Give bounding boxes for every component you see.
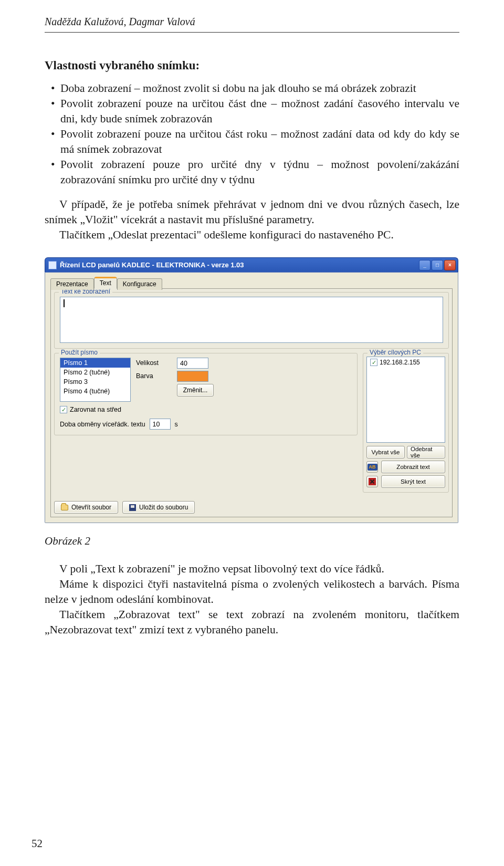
figure-screenshot: Řízení LCD panelů KADLEC - ELEKTRONIKA -…: [45, 257, 459, 523]
font-listbox[interactable]: Písmo 1 Písmo 2 (tučné) Písmo 3 Písmo 4 …: [60, 358, 131, 402]
open-file-label: Otevřít soubor: [71, 504, 111, 511]
show-text-icon: AB: [366, 461, 378, 473]
font-option[interactable]: Písmo 4 (tučné): [60, 387, 130, 396]
list-item: Doba zobrazení – možnost zvolit si dobu …: [60, 81, 459, 96]
select-all-button[interactable]: Vybrat vše: [366, 446, 405, 458]
swap-time-input[interactable]: [150, 419, 171, 430]
header-authors: Naděžda Kalužová, Dagmar Valová: [45, 0, 459, 33]
label-swap-time: Doba obměny víceřádk. textu: [60, 421, 145, 428]
list-item: Povolit zobrazení pouze na určitou část …: [60, 96, 459, 127]
hide-text-button[interactable]: Skrýt text: [381, 475, 445, 488]
x-icon: [369, 478, 376, 485]
pc-list-item[interactable]: ✓ 192.168.2.155: [368, 358, 444, 367]
remove-all-button[interactable]: Odebrat vše: [407, 446, 445, 458]
paragraph: V případě, že je potřeba snímek přehráva…: [45, 197, 459, 227]
maximize-button[interactable]: □: [432, 260, 443, 270]
section-heading: Vlastnosti vybraného snímku:: [45, 59, 459, 72]
paragraph: Tlačítkem „Zobrazovat text" se text zobr…: [45, 607, 459, 638]
label-size: Velikost: [136, 358, 172, 367]
pc-item-checkbox[interactable]: ✓: [370, 359, 377, 366]
open-file-button[interactable]: Otevřít soubor: [54, 501, 118, 514]
tab-konfigurace[interactable]: Konfigurace: [117, 278, 162, 290]
paragraph: Máme k dispozici čtyři nastavitelná písm…: [45, 577, 459, 607]
floppy-disk-icon: [129, 504, 136, 511]
group-target-pc: Výběr cílových PC ✓ 192.168.2.155: [363, 353, 449, 493]
close-button[interactable]: ×: [444, 260, 456, 270]
window-titlebar[interactable]: Řízení LCD panelů KADLEC - ELEKTRONIKA -…: [45, 257, 458, 272]
pc-ip: 192.168.2.155: [380, 359, 420, 366]
minimize-button[interactable]: _: [419, 260, 430, 270]
group-legend: Použít písmo: [59, 349, 100, 356]
group-legend: Výběr cílových PC: [368, 349, 423, 356]
text-to-display-input[interactable]: [60, 297, 443, 343]
font-option[interactable]: Písmo 3: [60, 377, 130, 387]
label-unit-seconds: s: [175, 421, 178, 428]
tab-prezentace[interactable]: Prezentace: [50, 278, 94, 290]
label-color: Barva: [136, 371, 172, 380]
paragraph: Tlačítkem „Odeslat prezentaci" odešleme …: [45, 227, 459, 243]
hide-text-icon: [366, 476, 378, 487]
center-checkbox[interactable]: ✓: [60, 406, 67, 413]
target-pc-list[interactable]: ✓ 192.168.2.155: [366, 357, 445, 443]
list-item: Povolit zobrazení pouze pro určité dny v…: [60, 157, 459, 187]
list-item: Povolit zobrazení pouze na určitou část …: [60, 127, 459, 157]
app-icon: [48, 261, 57, 269]
window-title: Řízení LCD panelů KADLEC - ELEKTRONIKA -…: [60, 261, 419, 269]
font-option[interactable]: Písmo 1: [60, 358, 130, 368]
save-file-button[interactable]: Uložit do souboru: [122, 501, 195, 514]
color-swatch: [177, 371, 208, 382]
size-input[interactable]: [177, 358, 208, 369]
folder-open-icon: [61, 505, 68, 510]
paragraph: V poli „Text k zobrazení" je možno vepsa…: [45, 561, 459, 577]
tab-text[interactable]: Text: [94, 277, 117, 289]
group-use-font: Použít písmo Písmo 1 Písmo 2 (tučné) Pís…: [54, 353, 358, 435]
figure-caption: Obrázek 2: [45, 535, 459, 548]
bullet-list: Doba zobrazení – možnost zvolit si dobu …: [45, 81, 459, 187]
show-text-button[interactable]: Zobrazit text: [381, 461, 445, 473]
tab-bar: Prezentace Text Konfigurace: [50, 277, 453, 289]
change-button[interactable]: Změnit...: [177, 384, 214, 397]
label-center: Zarovnat na střed: [70, 406, 121, 413]
text-cursor-icon: [64, 299, 65, 307]
save-file-label: Uložit do souboru: [139, 504, 188, 511]
group-text-to-display: Text ke zobrazení: [54, 292, 449, 349]
page-number: 52: [32, 837, 43, 850]
ab-icon: AB: [368, 464, 377, 471]
font-option[interactable]: Písmo 2 (tučné): [60, 368, 130, 377]
